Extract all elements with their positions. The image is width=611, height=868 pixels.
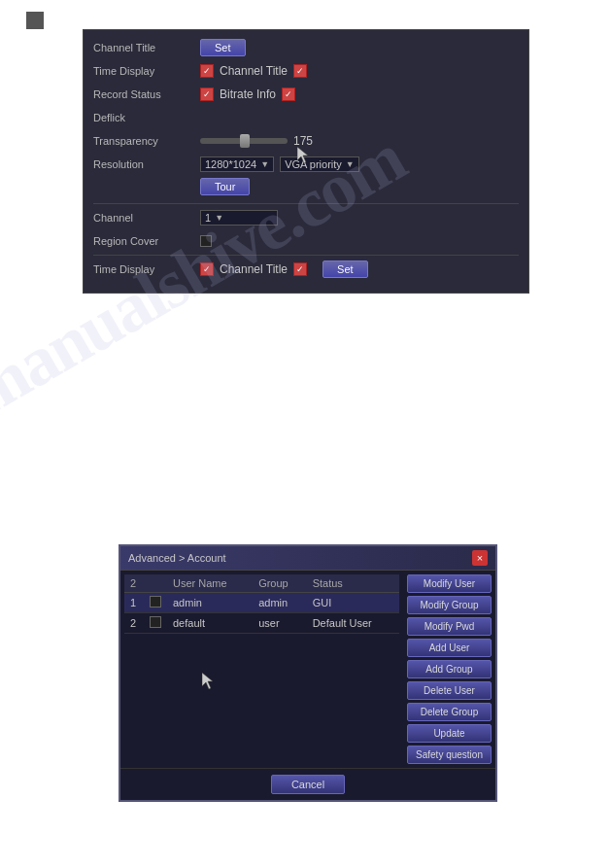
bottom-time-display-label: Time Display bbox=[93, 263, 200, 275]
region-cover-row: Region Cover bbox=[93, 231, 519, 251]
row1-status: GUI bbox=[307, 593, 399, 613]
tour-button[interactable]: Tour bbox=[200, 178, 250, 195]
vga-arrow: ▼ bbox=[346, 159, 355, 169]
channel-title-row: Channel Title Set bbox=[93, 38, 519, 57]
region-cover-value bbox=[200, 235, 519, 247]
dialog-cursor bbox=[202, 673, 399, 693]
account-table-area: 2 User Name Group Status 1 admin admin G… bbox=[120, 571, 403, 768]
row2-num: 2 bbox=[124, 613, 144, 634]
channel-title-value: Set bbox=[200, 39, 519, 56]
slider-thumb bbox=[240, 134, 250, 148]
add-user-button[interactable]: Add User bbox=[407, 639, 492, 657]
panel-divider-2 bbox=[93, 255, 519, 256]
channel-label: Channel bbox=[93, 212, 200, 224]
bottom-alarm-checkbox[interactable] bbox=[293, 262, 307, 276]
top-square-indicator bbox=[26, 12, 44, 29]
row2-check[interactable] bbox=[144, 613, 167, 634]
channel-title-checkbox[interactable] bbox=[200, 64, 214, 78]
row2-status: Default User bbox=[307, 613, 399, 634]
vga-option: VGA priority bbox=[285, 158, 342, 170]
time-display-row: Time Display Channel Title bbox=[93, 61, 519, 81]
modify-pwd-button[interactable]: Modify Pwd bbox=[407, 617, 492, 636]
record-status-checkbox[interactable] bbox=[200, 87, 214, 101]
col-status: Status bbox=[307, 574, 399, 593]
record-status-value: Bitrate Info bbox=[200, 87, 519, 101]
col-num: 2 bbox=[124, 574, 144, 593]
bottom-channel-title-checkbox[interactable] bbox=[200, 262, 214, 276]
dialog-title: Advanced > Account bbox=[128, 552, 226, 564]
channel-title-set-button[interactable]: Set bbox=[200, 39, 246, 56]
modify-user-button[interactable]: Modify User bbox=[407, 574, 492, 593]
channel-title-label: Channel Title bbox=[93, 42, 200, 53]
channel-select[interactable]: 1 ▼ bbox=[200, 210, 278, 226]
dialog-footer: Cancel bbox=[120, 768, 495, 800]
time-display-label: Time Display bbox=[93, 65, 200, 77]
table-header-row: 2 User Name Group Status bbox=[124, 574, 399, 593]
row2-username: default bbox=[167, 613, 253, 634]
dialog-content: 2 User Name Group Status 1 admin admin G… bbox=[120, 571, 495, 768]
svg-marker-1 bbox=[202, 673, 213, 689]
vga-priority-select[interactable]: VGA priority ▼ bbox=[280, 156, 359, 172]
dialog-buttons-panel: Modify User Modify Group Modify Pwd Add … bbox=[403, 571, 495, 768]
modify-group-button[interactable]: Modify Group bbox=[407, 596, 492, 614]
bitrate-info-checkbox[interactable] bbox=[282, 87, 295, 101]
cursor bbox=[297, 147, 311, 167]
bottom-time-display-row: Time Display Channel Title Set bbox=[93, 260, 519, 279]
cancel-button[interactable]: Cancel bbox=[271, 775, 345, 794]
table-row[interactable]: 2 default user Default User bbox=[124, 613, 399, 634]
col-check bbox=[144, 574, 167, 593]
update-button[interactable]: Update bbox=[407, 724, 492, 743]
tour-button-row: Tour bbox=[93, 178, 519, 199]
row1-num: 1 bbox=[124, 593, 144, 613]
bottom-set-button[interactable]: Set bbox=[322, 260, 368, 278]
row1-checkbox[interactable] bbox=[150, 596, 161, 608]
col-group: Group bbox=[253, 574, 307, 593]
resolution-select[interactable]: 1280*1024 ▼ bbox=[200, 156, 274, 172]
row2-checkbox[interactable] bbox=[150, 616, 161, 628]
row1-check[interactable] bbox=[144, 593, 167, 613]
svg-marker-0 bbox=[297, 147, 308, 163]
bottom-time-display-value: Channel Title Set bbox=[200, 260, 519, 278]
add-group-button[interactable]: Add Group bbox=[407, 660, 492, 678]
resolution-label: Resolution bbox=[93, 158, 200, 170]
channel-title-text: Channel Title bbox=[220, 64, 288, 78]
bitrate-info-text: Bitrate Info bbox=[220, 87, 276, 101]
transparency-label: Transparency bbox=[93, 135, 200, 147]
resolution-value: 1280*1024 ▼ VGA priority ▼ bbox=[200, 156, 519, 172]
row1-username: admin bbox=[167, 593, 253, 613]
channel-arrow: ▼ bbox=[215, 213, 223, 223]
account-dialog: Advanced > Account × 2 User Name Group S… bbox=[119, 544, 497, 802]
channel-row: Channel 1 ▼ bbox=[93, 208, 519, 227]
record-status-label: Record Status bbox=[93, 88, 200, 100]
delete-group-button[interactable]: Delete Group bbox=[407, 703, 492, 721]
transparency-value-text: 175 bbox=[293, 134, 313, 148]
resolution-arrow: ▼ bbox=[260, 159, 269, 169]
table-row[interactable]: 1 admin admin GUI bbox=[124, 593, 399, 613]
deflick-label: Deflick bbox=[93, 112, 200, 123]
region-cover-checkbox[interactable] bbox=[200, 235, 212, 247]
record-status-row: Record Status Bitrate Info bbox=[93, 85, 519, 104]
safety-question-button[interactable]: Safety question bbox=[407, 746, 492, 764]
resolution-option: 1280*1024 bbox=[205, 158, 256, 170]
channel-option: 1 bbox=[205, 212, 211, 224]
row1-group: admin bbox=[253, 593, 307, 613]
display-settings-panel: Channel Title Set Time Display Channel T… bbox=[83, 29, 529, 294]
dialog-title-bar: Advanced > Account × bbox=[120, 546, 495, 571]
region-cover-label: Region Cover bbox=[93, 235, 200, 247]
col-username: User Name bbox=[167, 574, 253, 593]
account-table: 2 User Name Group Status 1 admin admin G… bbox=[124, 574, 399, 634]
time-display-value: Channel Title bbox=[200, 64, 519, 78]
channel-value-area: 1 ▼ bbox=[200, 210, 519, 226]
dialog-close-button[interactable]: × bbox=[472, 550, 488, 566]
transparency-slider[interactable] bbox=[200, 138, 288, 144]
panel-divider bbox=[93, 203, 519, 204]
alarm-status-checkbox[interactable] bbox=[293, 64, 307, 78]
row2-group: user bbox=[253, 613, 307, 634]
delete-user-button[interactable]: Delete User bbox=[407, 681, 492, 700]
transparency-value: 175 bbox=[200, 134, 519, 148]
bottom-channel-title-text: Channel Title bbox=[220, 262, 288, 276]
deflick-row: Deflick bbox=[93, 108, 519, 127]
